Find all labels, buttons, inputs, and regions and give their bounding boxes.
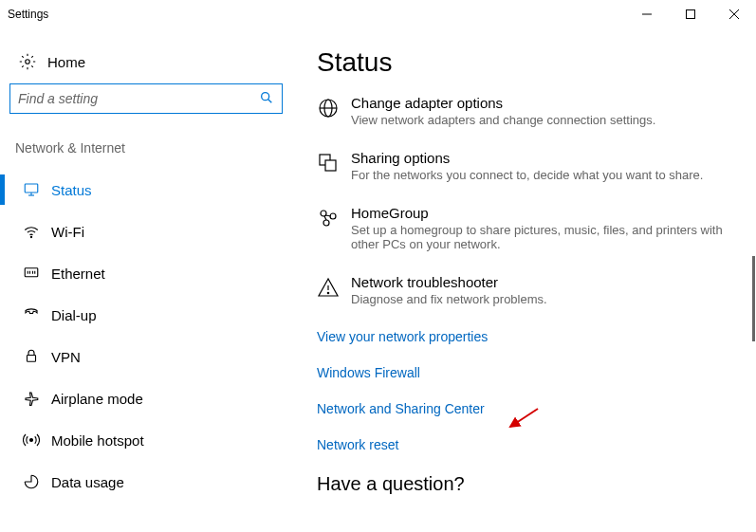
sidebar-item-hotspot[interactable]: Mobile hotspot (9, 419, 285, 461)
svg-rect-7 (25, 184, 38, 193)
sidebar-item-label: Data usage (51, 474, 124, 490)
option-troubleshooter[interactable]: Network troubleshooter Diagnose and fix … (317, 274, 733, 306)
option-sharing[interactable]: Sharing options For the networks you con… (317, 150, 733, 182)
svg-rect-16 (28, 356, 36, 362)
svg-rect-1 (687, 10, 695, 19)
main-panel: Status Change adapter options View netwo… (294, 28, 756, 532)
search-box[interactable] (9, 83, 283, 114)
sidebar-item-vpn[interactable]: VPN (9, 336, 285, 377)
dialup-icon (19, 306, 44, 323)
sidebar-item-wifi[interactable]: Wi-Fi (9, 211, 285, 252)
category-label: Network & Internet (9, 140, 285, 169)
option-title: Change adapter options (351, 95, 733, 111)
option-desc: View network adapters and change connect… (351, 113, 733, 127)
option-title: Sharing options (351, 150, 733, 166)
search-input[interactable] (18, 91, 259, 106)
sidebar-item-label: Dial-up (51, 307, 97, 323)
sidebar-item-ethernet[interactable]: Ethernet (9, 252, 285, 294)
option-homegroup[interactable]: HomeGroup Set up a homegroup to share pi… (317, 205, 733, 251)
option-desc: Set up a homegroup to share pictures, mu… (351, 223, 733, 251)
scrollbar-thumb[interactable] (752, 256, 755, 341)
gear-icon (15, 53, 40, 70)
sidebar-item-label: VPN (51, 349, 81, 365)
search-icon (259, 90, 274, 108)
option-title: Network troubleshooter (351, 274, 733, 290)
sidebar-item-label: Mobile hotspot (51, 432, 144, 449)
svg-point-29 (327, 292, 328, 293)
sidebar-item-label: Airplane mode (51, 391, 143, 407)
sidebar-item-datausage[interactable]: Data usage (9, 461, 285, 503)
wifi-icon (19, 223, 44, 240)
window-controls (625, 0, 756, 28)
close-button[interactable] (712, 0, 756, 28)
minimize-button[interactable] (625, 0, 669, 28)
link-network-properties[interactable]: View your network properties (317, 329, 733, 344)
option-adapter[interactable]: Change adapter options View network adap… (317, 95, 733, 127)
homegroup-icon (317, 205, 351, 251)
window-title: Settings (8, 8, 48, 21)
page-title: Status (317, 47, 733, 78)
svg-line-6 (268, 99, 272, 102)
sidebar-item-label: Status (51, 182, 92, 198)
sidebar-item-airplane[interactable]: Airplane mode (9, 377, 285, 419)
link-network-sharing-center[interactable]: Network and Sharing Center (317, 401, 733, 416)
svg-rect-22 (325, 160, 336, 171)
sidebar-item-status[interactable]: Status (9, 169, 285, 211)
sidebar-item-label: Ethernet (51, 266, 105, 282)
svg-point-4 (26, 60, 30, 64)
option-title: HomeGroup (351, 205, 733, 221)
globe-icon (317, 95, 351, 127)
option-desc: For the networks you connect to, decide … (351, 168, 733, 182)
question-heading: Have a question? (317, 473, 733, 495)
airplane-icon (19, 390, 44, 407)
sidebar-item-dialup[interactable]: Dial-up (9, 294, 285, 336)
link-network-reset[interactable]: Network reset (317, 437, 733, 452)
option-desc: Diagnose and fix network problems. (351, 292, 733, 306)
svg-point-5 (262, 92, 269, 100)
maximize-button[interactable] (669, 0, 712, 28)
sharing-icon (317, 150, 351, 182)
hotspot-icon (19, 431, 44, 449)
titlebar: Settings (0, 0, 756, 28)
svg-line-27 (324, 216, 326, 220)
datausage-icon (19, 473, 44, 490)
home-label: Home (47, 54, 85, 70)
svg-point-10 (30, 236, 31, 237)
status-icon (19, 181, 44, 198)
ethernet-icon (19, 265, 44, 282)
warning-icon (317, 274, 351, 306)
home-button[interactable]: Home (9, 47, 285, 83)
link-windows-firewall[interactable]: Windows Firewall (317, 365, 733, 380)
svg-rect-11 (25, 268, 38, 277)
vpn-icon (19, 348, 44, 365)
svg-point-25 (323, 220, 329, 226)
sidebar: Home Network & Internet Status Wi-Fi (0, 28, 294, 532)
scrollbar[interactable] (747, 28, 756, 532)
sidebar-item-label: Wi-Fi (51, 224, 84, 240)
svg-point-17 (30, 439, 33, 442)
